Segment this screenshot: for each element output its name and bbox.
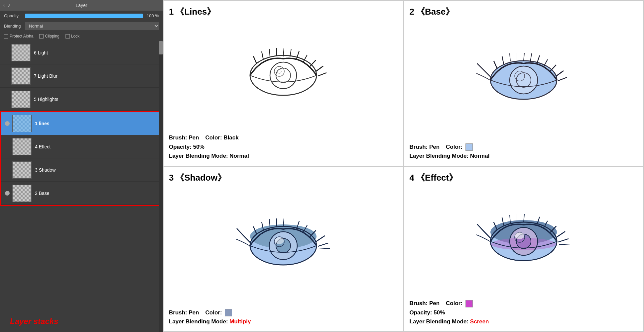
visibility-dot (5, 168, 10, 172)
quad-title-effect: 4 《Effect》 (410, 172, 638, 184)
scrollbar-thumb[interactable] (159, 41, 163, 54)
eye-sketch-svg (230, 39, 336, 112)
quad-info-effect: Brush: Pen Color: Opacity: 50% Layer Ble… (410, 299, 638, 326)
layer-thumbnail (12, 185, 32, 202)
opacity-value: 100 % (146, 13, 159, 18)
layer-thumbnail (12, 161, 32, 179)
info-line-b2: Layer Blending Mode: Normal (410, 151, 638, 160)
quad-title-text-3: 《Shadow》 (176, 172, 226, 184)
svg-line-27 (530, 53, 532, 62)
svg-line-22 (494, 61, 497, 68)
svg-point-0 (250, 55, 317, 95)
svg-line-32 (558, 77, 567, 81)
layer-item[interactable]: 7 Light Blur (0, 64, 163, 88)
quad-title-text-4: 《Effect》 (416, 172, 457, 184)
expand-icon[interactable]: ⤢ (7, 3, 11, 8)
protect-alpha-label: Protect Alpha (10, 34, 33, 39)
quad-number-2: 2 (410, 7, 414, 17)
svg-line-14 (318, 73, 326, 76)
eye-image-lines (169, 20, 398, 130)
visibility-dot (4, 74, 9, 78)
layer-name: 2 Base (35, 191, 50, 196)
opacity-bar[interactable] (25, 14, 143, 18)
info-line-3: Layer Blending Mode: Normal (169, 151, 398, 160)
layers-scroll-area[interactable]: 6 Light 7 Light Blur 5 Highlights 1 line… (0, 41, 163, 332)
svg-line-24 (510, 53, 510, 61)
quad-title-text-2: 《Base》 (416, 6, 454, 18)
layer-name: 6 Light (34, 50, 48, 55)
info-line-2: Opacity: 50% (169, 142, 398, 151)
layer-group: 1 lines 4 Effect 3 Shadow 2 Base (0, 111, 163, 206)
quad-title-text: 《Lines》 (176, 6, 215, 18)
quad-title-base: 2 《Base》 (410, 6, 638, 18)
info-line-1: Brush: Pen Color: Black (169, 133, 398, 142)
svg-line-70 (556, 231, 565, 237)
layer-name: 3 Shadow (35, 167, 56, 173)
checkboxes-row: Protect Alpha Clipping Lock (0, 33, 163, 41)
quad-shadow: 3 《Shadow》 (163, 166, 404, 332)
blend-mode-multiply: Multiply (229, 318, 251, 325)
svg-line-23 (502, 56, 504, 64)
lock-label: Lock (71, 34, 79, 39)
opacity-row: Opacity 100 % (0, 11, 163, 21)
svg-line-51 (319, 248, 330, 249)
visibility-dot (5, 121, 10, 126)
info-line-b1: Brush: Pen Color: (410, 142, 638, 151)
panel-title: Layer (75, 3, 87, 8)
quad-effect: 4 《Effect》 (404, 166, 644, 332)
checkbox-box-2 (39, 34, 44, 39)
svg-line-50 (318, 243, 328, 246)
layer-name: 4 Effect (35, 144, 51, 149)
quad-number-4: 4 (410, 173, 414, 183)
layer-name: 5 Highlights (34, 97, 58, 102)
eye-shadow-svg (230, 209, 336, 282)
checkbox-box (4, 34, 8, 39)
base-color-swatch (465, 143, 473, 151)
svg-point-73 (515, 232, 524, 239)
info-line-e1: Brush: Pen Color: (410, 299, 638, 308)
layer-item[interactable]: 3 Shadow (1, 158, 162, 182)
quad-number-3: 3 (169, 173, 174, 183)
quad-lines: 1 《Lines》 (163, 0, 404, 166)
svg-line-71 (558, 239, 569, 242)
close-icon[interactable]: × (3, 3, 5, 8)
visibility-dot (5, 144, 10, 149)
layer-item[interactable]: 4 Effect (1, 135, 162, 158)
info-line-e2: Opacity: 50% (410, 308, 638, 317)
svg-line-4 (253, 56, 257, 64)
svg-line-26 (524, 53, 524, 61)
info-line-s2: Layer Blending Mode: Multiply (169, 317, 398, 326)
scrollbar-track[interactable] (159, 41, 163, 332)
layer-item[interactable]: 6 Light (0, 41, 163, 64)
layer-thumbnail (11, 67, 31, 85)
protect-alpha-checkbox[interactable]: Protect Alpha (4, 34, 33, 39)
clipping-label: Clipping (45, 34, 59, 39)
panel-titlebar-icons: × ⤢ (3, 3, 11, 8)
svg-line-5 (262, 51, 263, 59)
info-line-s1: Brush: Pen Color: (169, 308, 398, 317)
layer-thumbnail (11, 44, 31, 61)
layer-item[interactable]: 2 Base (1, 182, 162, 205)
layer-item[interactable]: 5 Highlights (0, 88, 163, 111)
layer-item-selected[interactable]: 1 lines (1, 112, 162, 135)
eye-image-effect (410, 186, 638, 296)
layer-name: 1 lines (35, 121, 50, 126)
blending-select[interactable]: Normal Multiply Screen Overlay Add (25, 22, 159, 30)
svg-line-31 (556, 71, 564, 76)
svg-point-1 (270, 62, 297, 89)
quad-info-base: Brush: Pen Color: Layer Blending Mode: N… (410, 142, 638, 160)
quad-title-lines: 1 《Lines》 (169, 6, 398, 18)
lock-checkbox[interactable]: Lock (65, 34, 79, 39)
svg-line-12 (310, 60, 316, 66)
opacity-fill (25, 14, 143, 18)
svg-line-30 (550, 65, 556, 71)
clipping-checkbox[interactable]: Clipping (39, 34, 59, 39)
svg-point-15 (277, 69, 281, 73)
svg-point-52 (275, 237, 284, 244)
visibility-dot (5, 191, 10, 196)
layer-thumbnail (11, 91, 31, 108)
layer-name: 7 Light Blur (34, 73, 58, 79)
svg-line-72 (559, 244, 570, 245)
checkbox-box-3 (65, 34, 70, 39)
layer-panel: × ⤢ Layer Opacity 100 % Blending Normal … (0, 0, 163, 332)
